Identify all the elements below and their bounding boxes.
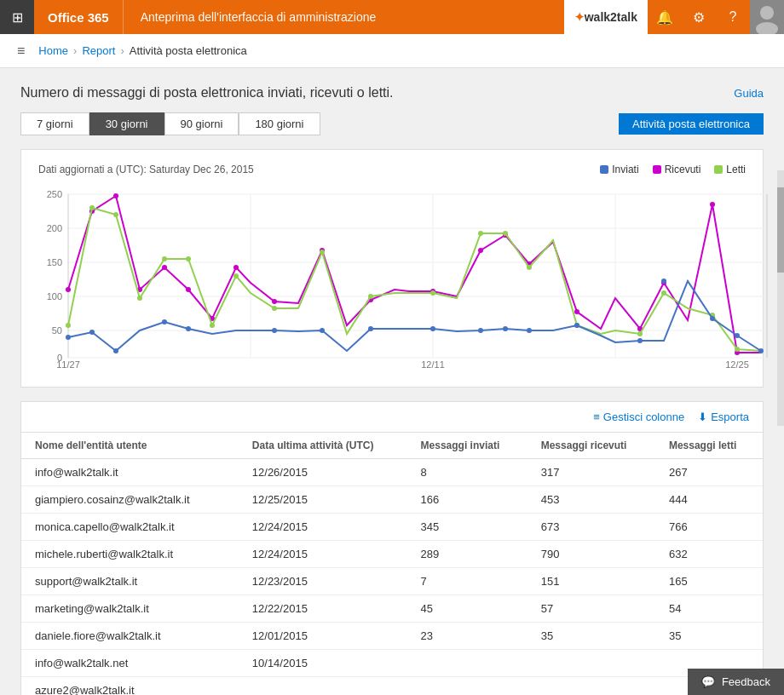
cell-read: 165 — [655, 568, 763, 595]
svg-point-41 — [710, 202, 715, 207]
cell-read: 444 — [655, 486, 763, 514]
svg-text:12/11: 12/11 — [421, 359, 445, 370]
cell-sent: 166 — [407, 486, 527, 514]
app-title: Anteprima dell'interfaccia di amministra… — [124, 10, 564, 24]
svg-point-63 — [66, 335, 71, 340]
table-row: monica.capello@walk2talk.it 12/24/2015 3… — [21, 514, 763, 541]
breadcrumb-sep-2: › — [120, 44, 124, 57]
breadcrumb-report[interactable]: Report — [82, 44, 115, 57]
bell-icon: 🔔 — [656, 9, 673, 26]
cell-sent: 23 — [407, 623, 527, 650]
svg-point-72 — [478, 328, 483, 333]
user-avatar[interactable] — [750, 0, 784, 34]
cell-received: 57 — [527, 595, 655, 623]
cell-date: 12/23/2015 — [239, 568, 407, 595]
breadcrumb-current: Attività posta elettronica — [130, 44, 247, 57]
cell-date — [239, 677, 407, 696]
export-label: Esporta — [711, 411, 749, 423]
filter-30-days[interactable]: 30 giorni — [89, 112, 164, 135]
cell-email: azure2@walk2talk.it — [21, 677, 239, 696]
table-row: support@walk2talk.it 12/23/2015 7 151 16… — [21, 568, 763, 595]
export-button[interactable]: ⬇ Esporta — [698, 411, 749, 423]
cell-email: daniele.fiore@walk2talk.it — [21, 623, 239, 650]
brand-label: Office 365 — [34, 0, 124, 34]
cell-read: 54 — [655, 595, 763, 623]
manage-columns-label: Gestisci colonne — [603, 411, 684, 423]
col-header-read: Messaggi letti — [655, 433, 763, 459]
svg-point-73 — [503, 326, 508, 331]
grid-menu-button[interactable]: ⊞ — [0, 0, 34, 34]
table-row: marketing@walk2talk.it 12/22/2015 45 57 … — [21, 595, 763, 623]
feedback-label: Feedback — [722, 675, 770, 688]
scroll-thumb[interactable] — [777, 187, 784, 273]
svg-point-54 — [430, 290, 435, 296]
bell-icon-button[interactable]: 🔔 — [648, 0, 682, 34]
svg-text:250: 250 — [47, 189, 62, 199]
col-header-sent: Messaggi inviati — [407, 433, 527, 459]
main-content: Numero di messaggi di posta elettronica … — [0, 68, 784, 695]
page-title: Numero di messaggi di posta elettronica … — [20, 85, 394, 101]
table-card: ≡ Gestisci colonne ⬇ Esporta Nome dell'e… — [20, 401, 764, 695]
logo: ✦ walk2talk — [564, 0, 648, 34]
manage-columns-button[interactable]: ≡ Gestisci colonne — [593, 411, 684, 423]
col-header-received: Messaggi ricevuti — [527, 433, 655, 459]
feedback-button[interactable]: 💬 Feedback — [688, 669, 784, 695]
cell-received: 453 — [527, 486, 655, 514]
chart-label-button[interactable]: Attività posta elettronica — [619, 113, 764, 135]
svg-point-68 — [272, 328, 277, 333]
help-icon-button[interactable]: ? — [716, 0, 750, 34]
legend-received: Ricevuti — [653, 164, 701, 175]
cell-date: 12/24/2015 — [239, 514, 407, 541]
grid-icon: ⊞ — [12, 9, 23, 26]
breadcrumb-home[interactable]: Home — [38, 44, 68, 57]
svg-point-69 — [320, 328, 325, 333]
svg-point-57 — [527, 265, 532, 270]
svg-point-31 — [272, 299, 277, 304]
table-row: info@walk2talk.net 10/14/2015 — [21, 650, 763, 677]
table-header-row: Nome dell'entità utente Data ultima atti… — [21, 433, 763, 459]
cell-received — [527, 650, 655, 677]
svg-point-43 — [66, 323, 71, 328]
page-header: Numero di messaggi di posta elettronica … — [20, 85, 764, 101]
svg-point-59 — [637, 331, 643, 336]
svg-point-52 — [320, 250, 325, 255]
chart-card: Dati aggiornati a (UTC): Saturday Dec 26… — [20, 149, 764, 388]
gear-icon-button[interactable]: ⚙ — [682, 0, 716, 34]
svg-text:11/27: 11/27 — [56, 359, 80, 370]
svg-text:150: 150 — [47, 257, 62, 267]
svg-text:200: 200 — [47, 223, 62, 233]
svg-point-70 — [368, 326, 373, 331]
filter-7-days[interactable]: 7 giorni — [20, 112, 89, 135]
filter-90-days[interactable]: 90 giorni — [164, 112, 239, 135]
legend-received-dot — [653, 165, 661, 174]
cell-date: 12/01/2015 — [239, 623, 407, 650]
cell-received: 151 — [527, 568, 655, 595]
cell-date: 12/25/2015 — [239, 486, 407, 514]
filter-180-days[interactable]: 180 giorni — [239, 112, 320, 135]
svg-point-46 — [137, 296, 142, 301]
legend-read: Letti — [714, 164, 746, 175]
table-row: daniele.fiore@walk2talk.it 12/01/2015 23… — [21, 623, 763, 650]
guide-link[interactable]: Guida — [734, 87, 764, 100]
table-row: info@walk2talk.it 12/26/2015 8 317 267 — [21, 459, 763, 486]
svg-point-62 — [735, 347, 740, 352]
cell-date: 10/14/2015 — [239, 650, 407, 677]
table-row: michele.ruberti@walk2talk.it 12/24/2015 … — [21, 541, 763, 568]
svg-point-38 — [574, 309, 579, 314]
svg-point-55 — [478, 231, 483, 236]
chart-header: Dati aggiornati a (UTC): Saturday Dec 26… — [38, 164, 746, 175]
scrollbar[interactable] — [777, 170, 784, 426]
hamburger-button[interactable]: ≡ — [17, 43, 25, 59]
svg-point-1 — [760, 6, 774, 20]
cell-sent: 45 — [407, 595, 527, 623]
export-icon: ⬇ — [698, 411, 707, 423]
app-title-text: Anteprima dell'interfaccia di amministra… — [141, 10, 377, 24]
svg-point-35 — [478, 248, 483, 253]
svg-text:100: 100 — [47, 291, 62, 302]
cell-email: monica.capello@walk2talk.it — [21, 514, 239, 541]
svg-point-51 — [272, 306, 277, 311]
col-header-email: Nome dell'entità utente — [21, 433, 239, 459]
svg-point-80 — [758, 348, 764, 353]
line-chart: 250 200 150 100 50 0 11 — [38, 182, 771, 370]
cell-received: 790 — [527, 541, 655, 568]
